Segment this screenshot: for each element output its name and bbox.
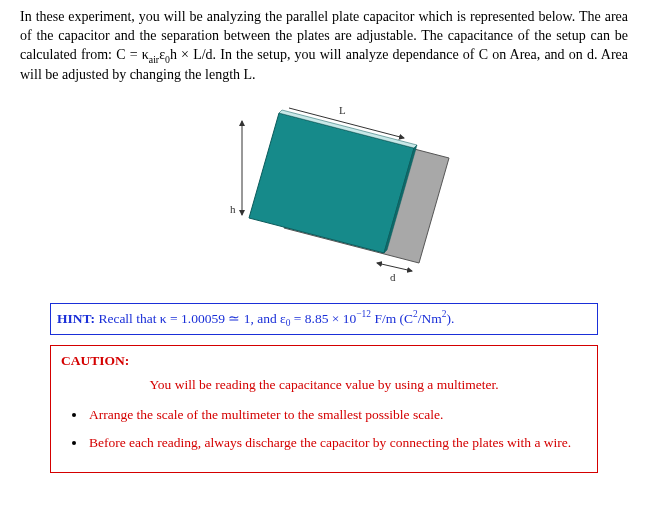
caution-list: Arrange the scale of the multimeter to t… bbox=[61, 406, 587, 452]
formula: C = κairε0h × L/d bbox=[116, 47, 212, 62]
intro-paragraph: In these experiment, you will be analyzi… bbox=[20, 8, 628, 85]
formula-C: C bbox=[116, 47, 125, 62]
capacitor-svg: L h d bbox=[174, 93, 474, 283]
label-d: d bbox=[390, 271, 396, 283]
hint-post1: F/m (C bbox=[371, 310, 413, 325]
hint-post2: /Nm bbox=[418, 310, 442, 325]
caution-title: CAUTION: bbox=[61, 352, 587, 370]
hint-box: HINT: Recall that κ = 1.00059 ≃ 1, and ε… bbox=[50, 303, 598, 335]
formula-sub-air: air bbox=[149, 54, 159, 65]
hint-post3: ). bbox=[447, 310, 455, 325]
arrow-d bbox=[377, 263, 412, 271]
capacitor-diagram: L h d bbox=[20, 93, 628, 289]
label-L: L bbox=[339, 104, 346, 116]
hint-pre: Recall that κ = 1.00059 ≃ 1, and ε bbox=[95, 310, 286, 325]
formula-rest: h × L/d bbox=[170, 47, 213, 62]
formula-eq: = κ bbox=[126, 47, 149, 62]
caution-box: CAUTION: You will be reading the capacit… bbox=[50, 345, 598, 474]
hint-mid: = 8.85 × 10 bbox=[290, 310, 356, 325]
caution-item-1: Arrange the scale of the multimeter to t… bbox=[87, 406, 587, 424]
hint-sup: −12 bbox=[356, 309, 371, 319]
caution-center: You will be reading the capacitance valu… bbox=[61, 376, 587, 394]
hint-label: HINT: bbox=[57, 310, 95, 325]
caution-item-2: Before each reading, always discharge th… bbox=[87, 434, 587, 452]
label-h: h bbox=[230, 203, 236, 215]
